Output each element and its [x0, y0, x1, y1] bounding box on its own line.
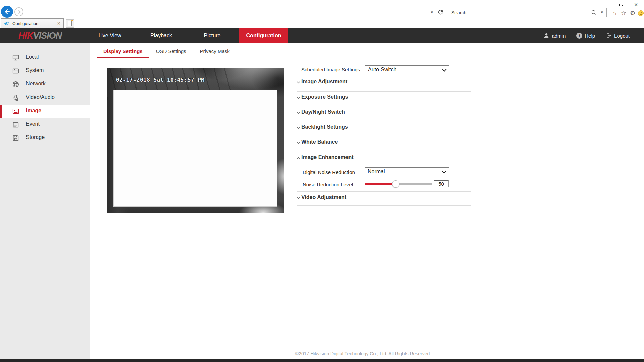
address-input[interactable]	[99, 9, 421, 16]
monitor-icon	[12, 54, 19, 61]
tab-privacy-mask[interactable]: Privacy Mask	[193, 47, 236, 58]
help-group[interactable]: i Help	[576, 33, 595, 39]
nav-picture[interactable]: Picture	[188, 28, 236, 43]
window-close-button[interactable]: ✕	[631, 1, 641, 8]
logout-group[interactable]: Logout	[606, 33, 630, 39]
settings-tabs: Display Settings OSD Settings Privacy Ma…	[97, 47, 236, 58]
sidebar-item-network[interactable]: Network	[0, 78, 90, 91]
chevron-down-icon	[297, 96, 300, 99]
scheduled-image-settings-select[interactable]: Auto-Switch	[365, 65, 449, 74]
user-group: admin	[543, 33, 566, 39]
sidebar-item-label: Image	[26, 108, 41, 114]
chevron-down-icon	[297, 81, 300, 84]
privacy-mask-rectangle	[113, 90, 277, 207]
logout-icon	[606, 33, 612, 39]
favorites-star-icon[interactable]: ☆	[620, 9, 628, 17]
digital-noise-reduction-select[interactable]: Normal	[365, 167, 449, 176]
sidebar-item-label: Storage	[26, 134, 45, 140]
logo-hik: HIK	[18, 31, 33, 41]
microphone-icon	[12, 94, 19, 102]
user-icon	[543, 33, 549, 39]
camera-preview: 02-17-2018 Sat 10:45:57 PM	[107, 68, 284, 213]
sidebar-item-system[interactable]: System	[0, 64, 90, 78]
globe-icon	[12, 81, 19, 88]
close-icon: ✕	[634, 2, 638, 7]
minimize-icon	[603, 5, 607, 5]
help-label: Help	[585, 33, 595, 39]
main-content: Display Settings OSD Settings Privacy Ma…	[90, 43, 644, 359]
tab-title: Configuration	[12, 21, 38, 26]
settings-gear-icon[interactable]: ⚙	[629, 9, 637, 17]
restore-icon	[619, 3, 623, 6]
nav-playback[interactable]: Playback	[137, 28, 185, 43]
noise-reduction-level-slider[interactable]	[365, 183, 432, 185]
window-restore-button[interactable]	[616, 1, 626, 8]
info-icon: i	[576, 33, 582, 39]
chevron-down-icon	[297, 111, 300, 114]
address-dropdown-caret-icon[interactable]: ▾	[431, 10, 433, 15]
copyright-footer: ©2017 Hikvision Digital Technology Co., …	[90, 351, 636, 356]
tab-close-icon[interactable]: ✕	[57, 21, 61, 26]
logo-vision: VISION	[33, 31, 62, 41]
chevron-up-icon	[297, 157, 300, 159]
window-minimize-button[interactable]	[600, 1, 609, 8]
sidebar-item-image[interactable]: Image	[0, 105, 90, 118]
noise-reduction-level-value[interactable]: 50	[434, 180, 449, 187]
digital-noise-reduction-label: Digital Noise Reduction	[303, 169, 355, 175]
scheduled-image-settings-label: Scheduled Image Settings	[301, 67, 360, 72]
chevron-down-icon	[297, 197, 300, 199]
home-icon[interactable]: ⌂	[610, 9, 619, 17]
new-tab-button[interactable]: ✦	[66, 19, 74, 28]
system-window-icon	[12, 67, 19, 75]
internet-explorer-icon: e	[4, 21, 10, 27]
floppy-disk-icon	[12, 134, 19, 142]
logout-label: Logout	[614, 33, 630, 39]
chevron-down-icon	[442, 69, 447, 72]
new-tab-star-icon: ✦	[71, 19, 74, 23]
address-bar[interactable]: ▾	[97, 8, 446, 17]
tab-display-settings[interactable]: Display Settings	[97, 47, 149, 58]
chevron-down-icon	[297, 126, 300, 129]
picture-icon	[12, 108, 19, 115]
bottom-bar	[0, 359, 644, 362]
app-header: HIKVISION Live View Playback Picture Con…	[0, 28, 644, 43]
slider-thumb[interactable]	[392, 180, 399, 188]
sidebar-item-local[interactable]: Local	[0, 51, 90, 64]
nav-live-view[interactable]: Live View	[86, 28, 134, 43]
hikvision-logo: HIKVISION	[18, 31, 62, 41]
tab-divider	[97, 58, 636, 58]
slider-fill	[365, 183, 396, 185]
search-icon[interactable]	[591, 10, 597, 16]
noise-reduction-level-label: Noise Reduction Level	[303, 182, 353, 187]
event-note-icon	[12, 121, 19, 128]
osd-timestamp: 02-17-2018 Sat 10:45:57 PM	[116, 77, 204, 83]
sidebar-item-label: Video/Audio	[26, 94, 55, 100]
selected-value: Auto-Switch	[368, 67, 396, 73]
sidebar: Local System Network Video/Audio Image	[0, 43, 90, 359]
image-settings-panel: Scheduled Image Settings Auto-Switch Ima…	[297, 64, 471, 210]
browser-forward-button[interactable]	[14, 7, 23, 16]
chevron-down-icon	[297, 141, 300, 144]
browser-back-button[interactable]	[1, 6, 13, 18]
chevron-down-icon	[442, 171, 446, 174]
search-box[interactable]: ▾	[447, 8, 607, 17]
sidebar-item-event[interactable]: Event	[0, 118, 90, 131]
search-dropdown-caret-icon[interactable]: ▾	[601, 10, 603, 15]
browser-tab-configuration[interactable]: e Configuration ✕	[1, 18, 64, 28]
forward-arrow-icon	[16, 9, 22, 15]
header-user-area: admin i Help Logout	[543, 28, 630, 43]
tab-osd-settings[interactable]: OSD Settings	[149, 47, 193, 58]
browser-tab-bar: e Configuration ✕ ✦	[0, 18, 644, 28]
sidebar-item-label: Event	[26, 121, 40, 127]
back-arrow-icon	[4, 8, 10, 15]
sidebar-item-storage[interactable]: Storage	[0, 131, 90, 145]
sidebar-item-video-audio[interactable]: Video/Audio	[0, 91, 90, 105]
nav-configuration[interactable]: Configuration	[239, 28, 288, 43]
refresh-icon[interactable]	[437, 9, 444, 15]
feedback-smiley-icon[interactable]	[638, 10, 644, 16]
sidebar-item-label: Network	[26, 81, 46, 87]
sidebar-item-label: System	[26, 67, 44, 73]
sidebar-item-label: Local	[26, 54, 39, 60]
search-input[interactable]	[451, 9, 582, 16]
browser-chrome: ▾ ▾ ✕ ⌂ ☆ ⚙ e Configuration ✕	[0, 0, 644, 28]
